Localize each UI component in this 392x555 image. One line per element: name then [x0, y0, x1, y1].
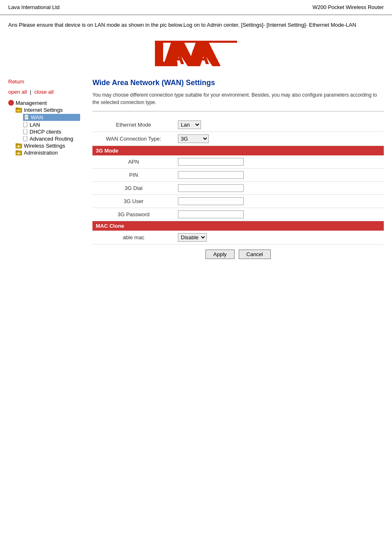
3g-user-label: 3G User — [92, 194, 175, 208]
3g-user-control[interactable] — [175, 194, 384, 208]
apply-button[interactable]: Apply — [205, 250, 235, 259]
3g-dial-control[interactable] — [175, 181, 384, 194]
page-icon-dhcp — [23, 129, 28, 134]
svg-text:LAVA: LAVA — [157, 45, 209, 69]
svg-rect-19 — [16, 143, 18, 145]
page-header: Lava International Ltd W200 Pocket Wirel… — [0, 0, 392, 15]
page-icon-lan — [23, 122, 28, 127]
folder-plus-icon-wireless — [16, 143, 22, 148]
pin-row: PIN — [92, 168, 384, 181]
nav-item-administration[interactable]: Administration — [8, 150, 80, 156]
wan-connection-select[interactable]: 3G PPPoE DHCP Static IP — [178, 134, 209, 143]
svg-rect-17 — [23, 136, 27, 141]
pin-control[interactable] — [175, 168, 384, 181]
sidebar-open-close: open all | close all — [8, 89, 80, 95]
button-row: Apply Cancel — [92, 244, 384, 264]
folder-plus-icon-admin — [16, 150, 22, 155]
ethernet-mode-select[interactable]: Lan WAN — [178, 120, 201, 129]
mac-clone-section-header: MAC Clone — [92, 221, 384, 231]
3g-password-control[interactable] — [175, 208, 384, 221]
form-buttons: Apply Cancel — [92, 245, 384, 264]
sidebar: Return open all | close all Management — [8, 79, 84, 264]
open-all-link[interactable]: open all — [8, 89, 27, 95]
nav-label-wan[interactable]: WAN — [31, 114, 43, 120]
management-icon — [8, 100, 14, 106]
close-all-link[interactable]: close all — [34, 89, 53, 95]
apn-control[interactable] — [175, 155, 384, 169]
lava-logo: LAVA — [151, 37, 241, 70]
apn-label: APN — [92, 155, 175, 169]
nav-label-lan[interactable]: LAN — [30, 122, 40, 128]
3g-user-input[interactable] — [178, 197, 244, 205]
able-mac-row: able mac Disable Enable — [92, 231, 384, 245]
ethernet-mode-label: Ethernet Mode — [92, 118, 175, 132]
nav-label-admin[interactable]: Administration — [24, 150, 58, 156]
nav-item-lan[interactable]: LAN — [8, 122, 80, 128]
apn-input[interactable] — [178, 158, 244, 166]
nav-label-internet-settings: Internet Settings — [24, 107, 63, 113]
wan-connection-control[interactable]: 3G PPPoE DHCP Static IP — [175, 132, 384, 146]
nav-item-dhcp[interactable]: DHCP clients — [8, 129, 80, 135]
svg-rect-9 — [16, 108, 18, 109]
3g-mode-section-header: 3G Mode — [92, 146, 384, 155]
mac-clone-header-row: MAC Clone — [92, 221, 384, 231]
wan-connection-label: WAN Connection Type: — [92, 132, 175, 146]
wan-form: Ethernet Mode Lan WAN WAN Connection Typ… — [92, 118, 384, 264]
3g-password-input[interactable] — [178, 210, 244, 218]
page-icon-advanced-routing — [23, 136, 28, 141]
3g-password-label: 3G Password — [92, 208, 175, 221]
nav-label-advanced-routing[interactable]: Advanced Routing — [30, 136, 73, 142]
nav-tree: Management Internet Settings — [8, 100, 80, 156]
cancel-button[interactable]: Cancel — [239, 250, 271, 259]
folder-minus-icon — [16, 107, 22, 113]
nav-item-advanced-routing[interactable]: Advanced Routing — [8, 136, 80, 142]
3g-dial-input[interactable] — [178, 184, 244, 192]
product-name: W200 Pocket Wireless Router — [313, 4, 384, 10]
content-area: Return open all | close all Management — [0, 79, 392, 264]
3g-password-row: 3G Password — [92, 208, 384, 221]
wan-connection-row: WAN Connection Type: 3G PPPoE DHCP Stati… — [92, 132, 384, 146]
logo-container: LAVA — [0, 33, 392, 79]
nav-item-management[interactable]: Management — [8, 100, 80, 106]
able-mac-control[interactable]: Disable Enable — [175, 231, 384, 245]
page-title: Wide Area Network (WAN) Settings — [92, 79, 384, 87]
nav-item-wan[interactable]: WAN — [8, 114, 80, 121]
svg-rect-15 — [23, 122, 27, 127]
pin-input[interactable] — [178, 171, 244, 179]
ethernet-mode-control[interactable]: Lan WAN — [175, 118, 384, 132]
page-icon-wan — [24, 115, 29, 120]
svg-rect-6 — [155, 41, 237, 43]
intro-text: Ans Please ensure that device is on LAN … — [0, 15, 392, 33]
able-mac-label: able mac — [92, 231, 175, 245]
sidebar-return[interactable]: Return — [8, 79, 80, 85]
nav-label-management: Management — [16, 100, 47, 106]
able-mac-select[interactable]: Disable Enable — [178, 233, 207, 242]
nav-item-internet-settings[interactable]: Internet Settings — [8, 107, 80, 113]
page-description: You may choose different connection type… — [92, 91, 384, 111]
3g-dial-label: 3G Dial — [92, 181, 175, 194]
pin-label: PIN — [92, 168, 175, 181]
company-name: Lava International Ltd — [8, 4, 60, 10]
3g-user-row: 3G User — [92, 194, 384, 208]
apn-row: APN — [92, 155, 384, 169]
3g-mode-header-row: 3G Mode — [92, 146, 384, 155]
ethernet-mode-row: Ethernet Mode Lan WAN — [92, 118, 384, 132]
3g-dial-row: 3G Dial — [92, 181, 384, 194]
main-content: Wide Area Network (WAN) Settings You may… — [84, 79, 384, 264]
svg-rect-16 — [23, 129, 27, 134]
nav-label-dhcp[interactable]: DHCP clients — [30, 129, 61, 135]
nav-item-wireless[interactable]: Wireless Settings — [8, 143, 80, 149]
svg-rect-23 — [16, 150, 18, 152]
return-link[interactable]: Return — [8, 79, 24, 85]
nav-label-wireless[interactable]: Wireless Settings — [24, 143, 65, 149]
